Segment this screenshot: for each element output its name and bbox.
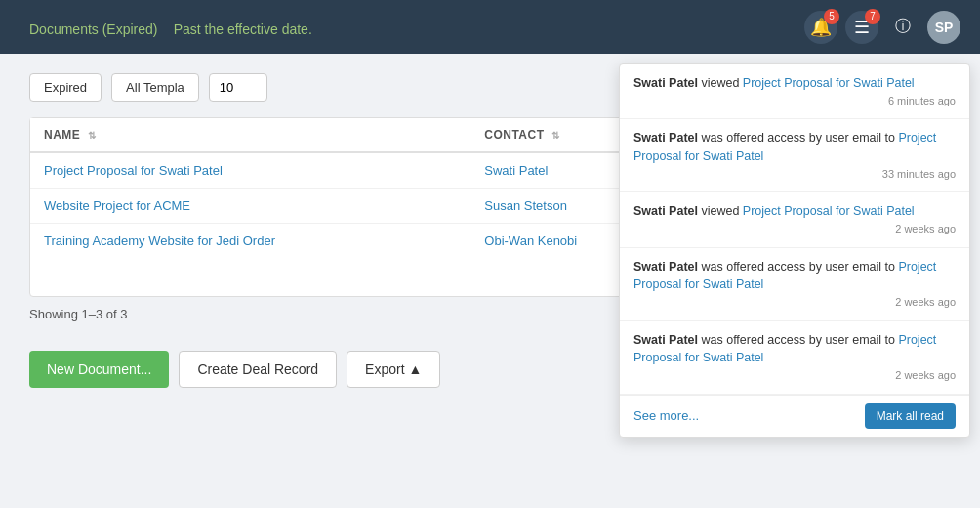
header-icons: 🔔 5 ☰ 7 ⓘ SP (804, 11, 960, 44)
new-document-button[interactable]: New Document... (29, 351, 169, 388)
notification-item: Swati Patel was offered access by user e… (620, 119, 969, 192)
contact-link[interactable]: Susan Stetson (484, 198, 567, 213)
info-button[interactable]: ⓘ (886, 11, 919, 44)
doc-name-link[interactable]: Project Proposal for Swati Patel (44, 163, 223, 178)
cell-name: Project Proposal for Swati Patel (30, 152, 470, 189)
see-more-button[interactable]: See more... (633, 408, 699, 423)
notif-user: Swati Patel (633, 260, 698, 274)
col-name: NAME ⇅ (30, 118, 470, 152)
cell-name: Website Project for ACME (30, 189, 470, 224)
create-deal-button[interactable]: Create Deal Record (179, 351, 337, 388)
notif-doc-link[interactable]: Project Proposal for Swati Patel (743, 76, 915, 90)
doc-name-link[interactable]: Website Project for ACME (44, 198, 190, 213)
doc-name-link[interactable]: Training Academy Website for Jedi Order (44, 233, 275, 248)
notif-time: 6 minutes ago (633, 93, 956, 109)
notification-footer: See more... Mark all read (620, 395, 969, 437)
avatar[interactable]: SP (927, 11, 960, 44)
sort-icon-name[interactable]: ⇅ (88, 130, 96, 141)
subtitle-text: Past the effective date. (174, 21, 312, 37)
bell-badge: 5 (824, 9, 839, 24)
mark-all-read-button[interactable]: Mark all read (865, 403, 956, 429)
count-input[interactable] (209, 73, 267, 102)
list-badge: 7 (865, 9, 880, 24)
page-title: Documents (Expired) Past the effective d… (20, 15, 312, 39)
notif-user: Swati Patel (633, 76, 698, 90)
notif-user: Swati Patel (633, 333, 698, 347)
notif-doc-link[interactable]: Project Proposal for Swati Patel (743, 204, 915, 218)
export-button[interactable]: Export ▲ (347, 351, 440, 388)
contact-link[interactable]: Swati Patel (484, 163, 548, 178)
notif-user: Swati Patel (633, 131, 698, 145)
header-title: Documents (Expired) Past the effective d… (20, 15, 312, 40)
notif-time: 33 minutes ago (633, 166, 956, 183)
notif-time: 2 weeks ago (633, 367, 956, 384)
title-text: Documents (Expired) (29, 21, 158, 37)
main-content: Expired All Templa NAME ⇅ CONTACT ⇅ (0, 54, 980, 407)
notif-time: 2 weeks ago (633, 294, 956, 311)
filter-template-btn[interactable]: All Templa (111, 73, 199, 102)
filter-expired-btn[interactable]: Expired (29, 73, 102, 102)
activity-button[interactable]: ☰ 7 (845, 11, 878, 44)
notif-user: Swati Patel (633, 204, 698, 218)
notif-time: 2 weeks ago (633, 221, 956, 237)
header: Documents (Expired) Past the effective d… (0, 0, 980, 54)
cell-name: Training Academy Website for Jedi Order (30, 224, 470, 259)
info-icon: ⓘ (895, 17, 911, 37)
notification-item: Swati Patel viewed Project Proposal for … (620, 64, 969, 119)
notification-popup: Swati Patel viewed Project Proposal for … (619, 64, 970, 438)
notification-item: Swati Patel was offered access by user e… (620, 321, 969, 395)
contact-link[interactable]: Obi-Wan Kenobi (484, 233, 577, 248)
notification-item: Swati Patel was offered access by user e… (620, 248, 969, 321)
sort-icon-contact[interactable]: ⇅ (551, 130, 559, 141)
notifications-button[interactable]: 🔔 5 (804, 11, 837, 44)
notification-item: Swati Patel viewed Project Proposal for … (620, 192, 969, 247)
